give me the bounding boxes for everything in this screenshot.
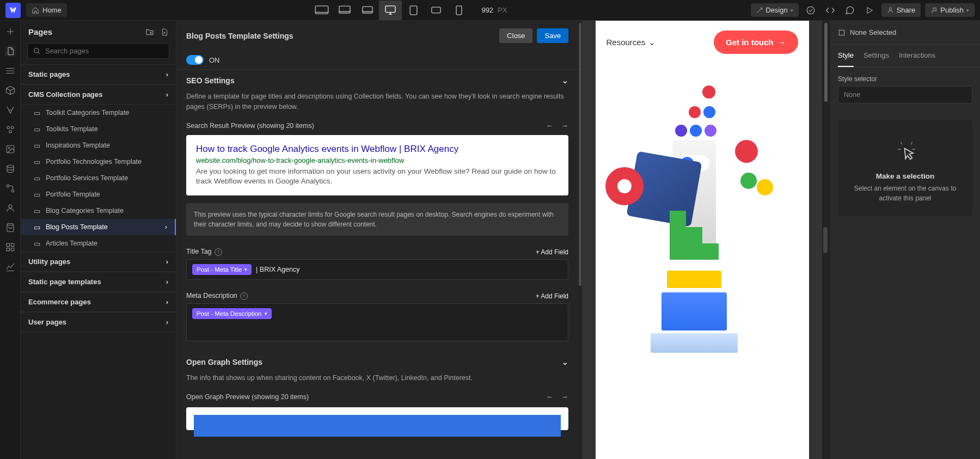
- comment-icon[interactable]: [842, 3, 857, 18]
- share-button[interactable]: Share: [881, 3, 921, 17]
- audit-icon[interactable]: [5, 261, 16, 272]
- chevron-down-icon: ▾: [791, 8, 793, 13]
- breakpoint-l[interactable]: [356, 1, 379, 20]
- navigator-icon[interactable]: [5, 65, 16, 76]
- chevron-down-icon: ⌄: [648, 38, 656, 47]
- site-preview[interactable]: Resources ⌄ Get in touch →: [596, 21, 809, 459]
- logic-icon[interactable]: [5, 183, 16, 194]
- breakpoint-desktop-active[interactable]: [379, 1, 402, 20]
- add-field-title[interactable]: + Add Field: [536, 248, 568, 256]
- search-field[interactable]: [45, 47, 163, 55]
- canvas-width-display[interactable]: 992 PX: [481, 6, 507, 14]
- assets-icon[interactable]: [5, 144, 16, 155]
- design-mode-button[interactable]: Design ▾: [751, 3, 798, 17]
- components-icon[interactable]: [5, 85, 16, 96]
- prev-arrow-icon[interactable]: ←: [546, 393, 553, 401]
- get-in-touch-button[interactable]: Get in touch →: [714, 30, 798, 54]
- og-description: The info that shows up when sharing cont…: [186, 373, 568, 383]
- group-label: User pages: [28, 318, 66, 326]
- og-section-header[interactable]: Open Graph Settings ⌄: [176, 351, 578, 373]
- webflow-logo[interactable]: [5, 3, 21, 18]
- cms-icon[interactable]: [5, 163, 16, 174]
- page-icon: ▭: [33, 108, 41, 117]
- chevron-right-icon: ›: [166, 70, 168, 78]
- preview-icon[interactable]: [862, 3, 877, 18]
- new-folder-icon[interactable]: [145, 28, 154, 36]
- code-icon[interactable]: [823, 3, 838, 18]
- page-item[interactable]: ▭Portfolio Services Template: [21, 170, 176, 186]
- breakpoint-tablet[interactable]: [402, 1, 425, 20]
- page-item[interactable]: ▭Portfolio Technologies Template: [21, 154, 176, 170]
- svg-rect-28: [839, 30, 844, 35]
- help-icon[interactable]: ?: [215, 248, 222, 256]
- breakpoint-mobile-landscape[interactable]: [425, 1, 448, 20]
- utility-pages-group[interactable]: Utility pages ›: [21, 252, 176, 272]
- seo-section-header[interactable]: SEO Settings ⌄: [176, 70, 578, 91]
- svg-rect-6: [385, 5, 395, 12]
- add-field-desc[interactable]: + Add Field: [536, 292, 568, 300]
- topbar-right: Design ▾ Share Publish ▾: [751, 3, 975, 18]
- static-pages-group[interactable]: Static pages ›: [21, 64, 176, 84]
- save-button[interactable]: Save: [537, 28, 568, 43]
- next-arrow-icon[interactable]: →: [562, 122, 569, 130]
- publish-button[interactable]: Publish ▾: [925, 3, 975, 17]
- audit-icon[interactable]: [803, 3, 818, 18]
- og-preview-card: [186, 407, 568, 430]
- svg-point-27: [34, 48, 39, 52]
- style-manager-icon[interactable]: [5, 124, 16, 135]
- users-icon[interactable]: [5, 203, 16, 213]
- add-element-icon[interactable]: [5, 26, 16, 37]
- home-button[interactable]: Home: [26, 3, 67, 17]
- tab-style[interactable]: Style: [838, 45, 854, 67]
- page-item[interactable]: ▭Toolkits Template: [21, 121, 176, 137]
- page-icon: ▭: [33, 239, 41, 248]
- help-icon[interactable]: ?: [240, 292, 248, 300]
- breakpoint-mobile[interactable]: [448, 1, 470, 20]
- toggle-on[interactable]: [186, 55, 204, 65]
- page-item[interactable]: ▭Articles Template: [21, 235, 176, 252]
- prev-arrow-icon[interactable]: ←: [546, 122, 553, 130]
- pages-icon[interactable]: [5, 46, 16, 57]
- close-button[interactable]: Close: [499, 28, 532, 43]
- new-page-icon[interactable]: [161, 28, 168, 36]
- meta-desc-input[interactable]: Post - Meta Description: [186, 303, 568, 341]
- field-chip-meta-title[interactable]: Post - Meta Title: [192, 264, 252, 275]
- next-arrow-icon[interactable]: →: [562, 393, 569, 401]
- hero-shapes: [610, 85, 795, 412]
- resources-dropdown[interactable]: Resources ⌄: [607, 38, 656, 47]
- cursor-click-icon: [892, 136, 918, 162]
- og-preview-label: Open Graph Preview (showing 20 items): [186, 393, 309, 401]
- user-pages-group[interactable]: User pages ›: [21, 312, 176, 332]
- tab-settings[interactable]: Settings: [863, 45, 889, 67]
- ecommerce-pages-group[interactable]: Ecommerce pages ›: [21, 292, 176, 312]
- page-item[interactable]: ▭Portfolio Template: [21, 186, 176, 203]
- canvas-resize-handle[interactable]: [823, 227, 828, 253]
- field-chip-meta-desc[interactable]: Post - Meta Description: [192, 308, 272, 319]
- ecommerce-icon[interactable]: [5, 222, 16, 233]
- svg-rect-10: [432, 7, 440, 13]
- serp-preview-label: Search Result Preview (showing 20 items): [186, 122, 314, 130]
- svg-rect-24: [11, 243, 14, 246]
- page-item[interactable]: ▭Blog Categories Template: [21, 203, 176, 219]
- settings-scrollbar[interactable]: [578, 21, 582, 459]
- apps-icon[interactable]: [5, 242, 16, 253]
- static-templates-group[interactable]: Static page templates ›: [21, 272, 176, 292]
- page-label: Toolkits Template: [46, 125, 98, 133]
- page-item[interactable]: ▭Toolkit Categories Template: [21, 105, 176, 121]
- page-icon: ▭: [33, 174, 41, 182]
- page-item[interactable]: ▭Inspirations Template: [21, 137, 176, 154]
- main-area: Pages Static pages › CMS Collection page…: [0, 21, 980, 459]
- page-item-active[interactable]: ▭Blog Posts Template›: [21, 219, 176, 235]
- title-tag-input[interactable]: Post - Meta Title | BRIX Agency: [186, 259, 568, 280]
- tab-interactions[interactable]: Interactions: [899, 45, 935, 67]
- settings-title: Blog Posts Template Settings: [186, 32, 293, 40]
- style-selector-input[interactable]: None: [838, 86, 972, 103]
- cms-pages-group[interactable]: CMS Collection pages ›: [21, 84, 176, 105]
- variables-icon[interactable]: [5, 105, 16, 115]
- serp-title: How to track Google Analytics events in …: [196, 144, 559, 155]
- page-icon: ▭: [33, 157, 41, 166]
- breakpoint-xxl[interactable]: [310, 1, 333, 20]
- search-pages-input[interactable]: [27, 43, 169, 59]
- breakpoint-xl[interactable]: [333, 1, 356, 20]
- svg-rect-11: [456, 5, 462, 14]
